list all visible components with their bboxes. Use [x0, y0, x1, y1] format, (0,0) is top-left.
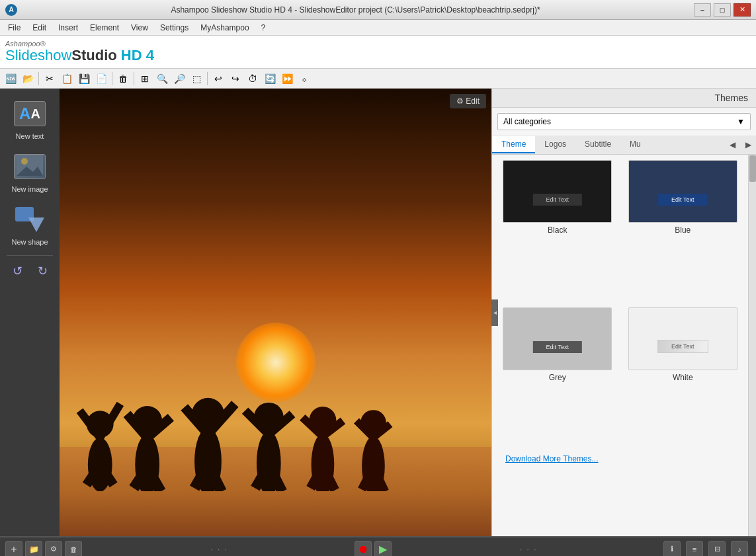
toolbar-separator-3: [134, 72, 134, 85]
menu-settings[interactable]: Settings: [155, 22, 194, 34]
maximize-button[interactable]: □: [714, 3, 731, 17]
theme-item-white[interactable]: Edit Text White: [623, 307, 743, 450]
toolbar-separator-1: [38, 72, 39, 85]
right-panel: Themes All categories ▼ Theme Logos Subt…: [491, 89, 756, 536]
bottom-area: + 📁 ⚙ 🗑 · · · ⏺ ▶ · · · ℹ ≡ ⊟ ♪ 00:10 00…: [0, 536, 756, 556]
rotate-left-button[interactable]: ↺: [7, 261, 27, 281]
import-button[interactable]: 📁: [25, 541, 42, 557]
theme-tab-next[interactable]: ▶: [740, 136, 756, 154]
menu-myashampoo[interactable]: MyAshampoo: [195, 22, 254, 34]
tab-subtitle[interactable]: Subtitle: [575, 136, 620, 153]
sidebar-divider: [7, 255, 53, 256]
text-icon-box: AA: [14, 101, 46, 126]
theme-name-blue: Blue: [675, 225, 691, 235]
menu-edit[interactable]: Edit: [27, 22, 52, 34]
record-button[interactable]: ⏺: [355, 541, 372, 557]
toolbar-separator-4: [207, 72, 208, 85]
timeline-right-controls: ℹ ≡ ⊟ ♪: [663, 541, 751, 557]
save-icon[interactable]: 💾: [76, 71, 92, 87]
toolbar: 🆕 📂 ✂ 📋 💾 📄 🗑 ⊞ 🔍 🔎 ⬚ ↩ ↪ ⏱ 🔄 ⏩ ⬦: [0, 69, 756, 89]
transition-icon[interactable]: ⬦: [296, 71, 312, 87]
themes-dropdown-label: All categories: [503, 117, 551, 126]
play-button[interactable]: ▶: [374, 541, 392, 557]
info-button[interactable]: ℹ: [663, 541, 681, 557]
settings-button[interactable]: ⚙: [45, 541, 62, 557]
theme-name-grey: Grey: [549, 373, 566, 382]
theme-name-white: White: [673, 373, 693, 382]
cut-icon[interactable]: ✂: [42, 71, 58, 87]
loop-icon[interactable]: 🔄: [262, 71, 278, 87]
themes-tabs: Theme Logos Subtitle Mu ◀ ▶: [492, 136, 756, 155]
new-shape-label: New shape: [11, 238, 48, 246]
new-text-label: New text: [16, 132, 44, 140]
svg-marker-4: [28, 218, 44, 232]
new-text-tool[interactable]: AA New text: [5, 94, 55, 144]
arrow2-icon[interactable]: ↪: [228, 71, 243, 87]
theme-tab-prev[interactable]: ◀: [724, 136, 740, 154]
new-image-label: New image: [11, 185, 48, 193]
theme-item-blue[interactable]: Edit Text Blue: [623, 160, 743, 302]
svg-point-1: [21, 158, 28, 165]
brand-studio: Studio: [71, 47, 116, 63]
themes-grid: Edit Text Black Edit Text Blue Edit Text: [492, 155, 748, 536]
close-button[interactable]: ✕: [734, 3, 751, 17]
theme-preview-black: Edit Text: [503, 160, 612, 223]
themes-scrollbar[interactable]: [748, 155, 756, 536]
timeline-dots: · · ·: [85, 545, 355, 554]
theme-item-black[interactable]: Edit Text Black: [497, 160, 618, 302]
arrow-icon[interactable]: ↩: [210, 71, 226, 87]
window-title: Ashampoo Slideshow Studio HD 4 - Slidesh…: [17, 5, 694, 15]
menu-view[interactable]: View: [126, 22, 153, 34]
theme-preview-blue: Edit Text: [628, 160, 737, 223]
window-controls: − □ ✕: [694, 3, 751, 17]
download-more-link[interactable]: Download More Themes...: [497, 450, 607, 467]
brand-bar: Ashampoo® SlideshowStudio HD 4: [0, 36, 756, 69]
theme-preview-white: Edit Text: [628, 307, 737, 370]
theme-item-grey[interactable]: Edit Text Grey: [497, 307, 618, 450]
minimize-button[interactable]: −: [694, 3, 711, 17]
add-clip-button[interactable]: +: [5, 541, 22, 557]
menu-file[interactable]: File: [3, 22, 26, 34]
copy-icon[interactable]: 📋: [59, 71, 75, 87]
edit-button[interactable]: ⚙ Edit: [450, 94, 486, 108]
open-icon[interactable]: 📂: [20, 71, 36, 87]
save-as-icon[interactable]: 📄: [93, 71, 109, 87]
brand-name: SlideshowStudio HD 4: [5, 48, 154, 63]
delete-clip-button[interactable]: 🗑: [65, 541, 82, 557]
tab-theme[interactable]: Theme: [492, 136, 535, 153]
new-image-tool[interactable]: New image: [5, 147, 55, 197]
themes-title: Themes: [492, 89, 756, 108]
zoom-select-icon[interactable]: ⬚: [189, 71, 204, 87]
brand-logo: Ashampoo® SlideshowStudio HD 4: [5, 40, 154, 63]
timer-icon[interactable]: ⏱: [245, 71, 261, 87]
zoom-out-icon[interactable]: 🔎: [171, 71, 187, 87]
forward-icon[interactable]: ⏩: [279, 71, 295, 87]
layers-button[interactable]: ≡: [686, 541, 703, 557]
title-bar: A Ashampoo Slideshow Studio HD 4 - Slide…: [0, 0, 756, 20]
new-shape-icon: [14, 204, 46, 235]
rotate-right-button[interactable]: ↻: [32, 261, 52, 281]
image-icon-box: [14, 154, 46, 179]
rotate-controls: ↺ ↻: [7, 261, 52, 281]
collapse-panel-button[interactable]: ◂: [491, 299, 498, 326]
theme-name-black: Black: [548, 225, 567, 235]
view-button[interactable]: ⊟: [708, 541, 726, 557]
zoom-in-icon[interactable]: 🔍: [154, 71, 170, 87]
themes-scroll-thumb[interactable]: [749, 155, 756, 182]
menu-help[interactable]: ?: [256, 22, 271, 34]
music-button[interactable]: ♪: [731, 541, 748, 557]
new-project-icon[interactable]: 🆕: [3, 71, 19, 87]
menu-insert[interactable]: Insert: [53, 22, 83, 34]
new-text-icon: AA: [14, 98, 46, 130]
delete-icon[interactable]: 🗑: [115, 71, 131, 87]
preview-container: [60, 89, 491, 536]
toolbar-separator-2: [112, 72, 112, 85]
new-shape-tool[interactable]: New shape: [5, 200, 55, 250]
menu-element[interactable]: Element: [85, 22, 124, 34]
new-image-icon: [14, 151, 46, 182]
themes-dropdown[interactable]: All categories ▼: [497, 113, 751, 130]
left-sidebar: AA New text New image: [0, 89, 60, 536]
tab-music[interactable]: Mu: [620, 136, 650, 153]
tab-logos[interactable]: Logos: [535, 136, 575, 153]
zoom-fit-icon[interactable]: ⊞: [137, 71, 153, 87]
